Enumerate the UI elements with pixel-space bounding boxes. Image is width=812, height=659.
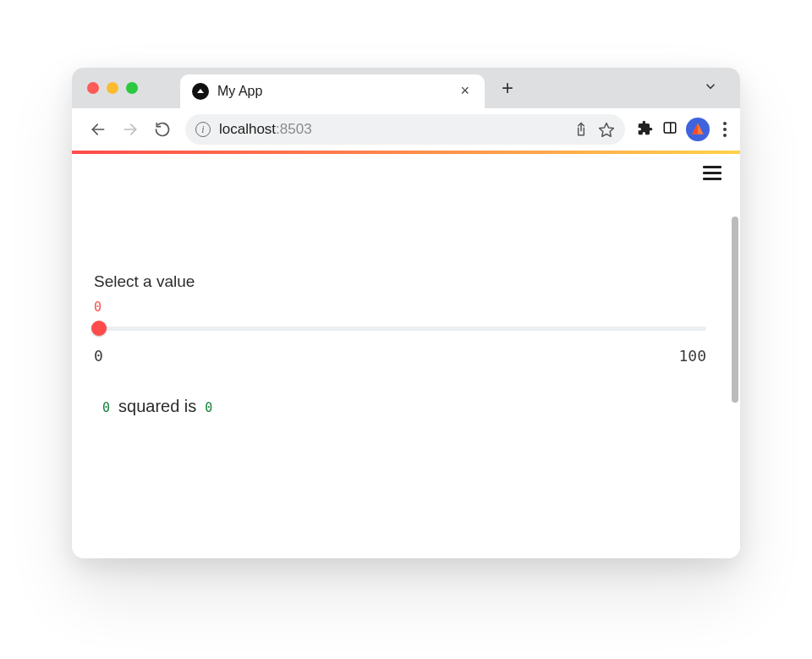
slider-range: 0 100 <box>94 347 706 365</box>
vertical-scrollbar[interactable] <box>732 217 738 403</box>
slider-rail <box>94 327 706 331</box>
app-body: Select a value 0 0 100 0 squared is 0 <box>72 154 740 558</box>
reload-button[interactable] <box>148 115 177 144</box>
url-port: :8503 <box>276 121 312 137</box>
window-traffic-lights <box>87 82 138 94</box>
result-y: 0 <box>205 400 212 415</box>
extensions-icon[interactable] <box>637 119 654 140</box>
slider-label: Select a value <box>94 272 706 291</box>
new-tab-button[interactable]: + <box>502 76 513 100</box>
slider-max: 100 <box>678 347 706 365</box>
window-minimize-button[interactable] <box>107 82 118 94</box>
slider-current-value: 0 <box>94 299 706 315</box>
bookmark-star-icon[interactable] <box>598 121 615 138</box>
forward-button[interactable] <box>116 115 145 144</box>
address-bar[interactable]: i localhost:8503 <box>185 114 625 145</box>
tab-title: My App <box>217 84 457 99</box>
url-host: localhost <box>219 121 276 137</box>
streamlit-favicon <box>192 83 209 100</box>
profile-avatar[interactable] <box>686 118 710 141</box>
tab-close-button[interactable]: × <box>457 82 473 100</box>
slider-track[interactable] <box>94 318 706 338</box>
browser-window: My App × + i l <box>72 68 740 558</box>
result-text: squared is <box>118 397 196 416</box>
browser-menu-button[interactable] <box>718 122 732 137</box>
result-line: 0 squared is 0 <box>94 397 706 416</box>
browser-tab[interactable]: My App × <box>180 74 485 108</box>
share-icon[interactable] <box>573 121 590 138</box>
browser-toolbar: i localhost:8503 <box>72 108 740 151</box>
back-button[interactable] <box>84 115 112 144</box>
app-menu-button[interactable] <box>703 166 721 180</box>
site-info-icon[interactable]: i <box>195 122 211 137</box>
slider-thumb[interactable] <box>91 321 107 336</box>
svg-marker-6 <box>692 123 698 134</box>
svg-marker-2 <box>600 123 614 136</box>
slider-min: 0 <box>94 347 103 365</box>
tab-strip: My App × + <box>72 68 740 108</box>
url-text: localhost:8503 <box>219 121 312 138</box>
window-zoom-button[interactable] <box>126 82 138 94</box>
window-close-button[interactable] <box>87 82 99 94</box>
tabs-overflow-button[interactable] <box>703 79 718 97</box>
result-x: 0 <box>102 400 110 415</box>
side-panel-icon[interactable] <box>662 120 678 139</box>
